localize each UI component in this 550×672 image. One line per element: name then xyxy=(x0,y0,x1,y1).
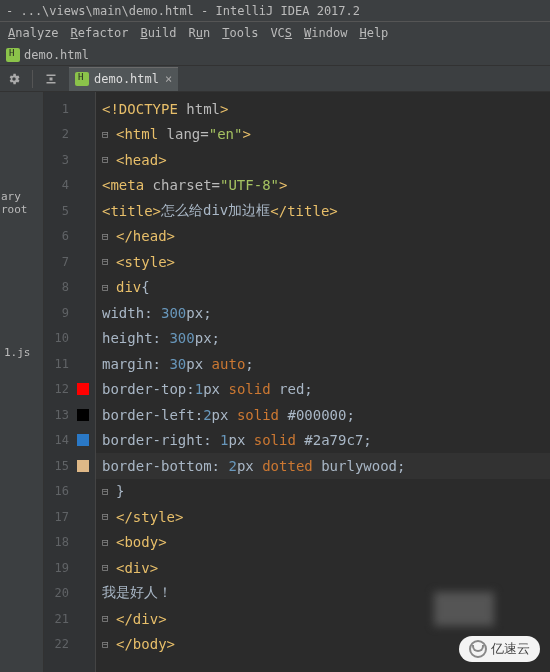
color-swatch-black[interactable] xyxy=(77,409,89,421)
project-panel[interactable]: ary root 1.js xyxy=(0,92,44,672)
code-line[interactable]: ⊟</head> xyxy=(96,224,550,250)
code-line[interactable]: ⊟<html lang="en"> xyxy=(96,122,550,148)
menu-window[interactable]: Window xyxy=(304,26,347,40)
fold-icon[interactable]: ⊟ xyxy=(102,485,112,498)
line-number[interactable]: 17 xyxy=(44,504,95,530)
color-swatch-blue[interactable] xyxy=(77,434,89,446)
fold-icon[interactable]: ⊟ xyxy=(102,255,112,268)
menu-run[interactable]: Run xyxy=(189,26,211,40)
line-number[interactable]: 4 xyxy=(44,173,95,199)
line-number[interactable]: 1 xyxy=(44,96,95,122)
html-file-icon xyxy=(75,72,89,86)
tab-label: demo.html xyxy=(94,72,159,86)
window-title-bar: - ...\views\main\demo.html - IntelliJ ID… xyxy=(0,0,550,22)
collapse-icon[interactable] xyxy=(43,71,59,87)
line-number[interactable]: 7 xyxy=(44,249,95,275)
code-line[interactable]: width: 300px; xyxy=(96,300,550,326)
code-line[interactable]: ⊟ } xyxy=(96,479,550,505)
code-line[interactable]: <!DOCTYPE html> xyxy=(96,96,550,122)
code-line[interactable]: <meta charset="UTF-8"> xyxy=(96,173,550,199)
fold-icon[interactable]: ⊟ xyxy=(102,612,112,625)
line-number[interactable]: 19 xyxy=(44,555,95,581)
line-number[interactable]: 5 xyxy=(44,198,95,224)
watermark-text: 亿速云 xyxy=(491,640,530,658)
library-root-label: ary root xyxy=(0,188,43,218)
breadcrumb-file[interactable]: demo.html xyxy=(24,48,89,62)
separator xyxy=(32,70,33,88)
line-number[interactable]: 6 xyxy=(44,224,95,250)
close-icon[interactable]: × xyxy=(165,72,172,86)
line-number[interactable]: 18 xyxy=(44,530,95,556)
html-file-icon xyxy=(6,48,20,62)
code-line[interactable]: <title>怎么给div加边框</title> xyxy=(96,198,550,224)
line-number[interactable]: 22 xyxy=(44,632,95,658)
code-line[interactable]: ⊟<head> xyxy=(96,147,550,173)
line-number[interactable]: 14 xyxy=(44,428,95,454)
watermark: 亿速云 xyxy=(459,636,540,662)
line-number[interactable]: 15 xyxy=(44,453,95,479)
code-line[interactable]: ⊟<style> xyxy=(96,249,550,275)
line-number[interactable]: 10 xyxy=(44,326,95,352)
line-number[interactable]: 21 xyxy=(44,606,95,632)
fold-icon[interactable]: ⊟ xyxy=(102,510,112,523)
code-line[interactable]: border-top:1px solid red; xyxy=(96,377,550,403)
gutter: 1 2 3 4 5 6 7 8 9 10 11 12 13 14 15 16 1… xyxy=(44,92,96,672)
blurred-region xyxy=(434,592,494,626)
cloud-icon xyxy=(469,640,487,658)
fold-icon[interactable]: ⊟ xyxy=(102,230,112,243)
menu-bar: Analyze Refactor Build Run Tools VCS Win… xyxy=(0,22,550,44)
line-number[interactable]: 3 xyxy=(44,147,95,173)
line-number[interactable]: 16 xyxy=(44,479,95,505)
code-line[interactable]: height: 300px; xyxy=(96,326,550,352)
code-line[interactable]: border-bottom: 2px dotted burlywood; xyxy=(96,453,550,479)
menu-help[interactable]: Help xyxy=(359,26,388,40)
code-line[interactable]: ⊟<body> xyxy=(96,530,550,556)
code-line[interactable]: ⊟ div{ xyxy=(96,275,550,301)
code-line[interactable]: margin: 30px auto; xyxy=(96,351,550,377)
code-line[interactable]: border-left:2px solid #000000; xyxy=(96,402,550,428)
menu-tools[interactable]: Tools xyxy=(222,26,258,40)
js-file-label[interactable]: 1.js xyxy=(4,346,31,359)
color-swatch-burlywood[interactable] xyxy=(77,460,89,472)
line-number[interactable]: 12 xyxy=(44,377,95,403)
fold-icon[interactable]: ⊟ xyxy=(102,153,112,166)
fold-icon[interactable]: ⊟ xyxy=(102,561,112,574)
main-area: ary root 1.js 1 2 3 4 5 6 7 8 9 10 11 12… xyxy=(0,92,550,672)
line-number[interactable]: 11 xyxy=(44,351,95,377)
menu-refactor[interactable]: Refactor xyxy=(71,26,129,40)
code-line[interactable]: ⊟ <div> xyxy=(96,555,550,581)
fold-icon[interactable]: ⊟ xyxy=(102,128,112,141)
breadcrumb-bar: demo.html xyxy=(0,44,550,66)
fold-icon[interactable]: ⊟ xyxy=(102,281,112,294)
settings-icon[interactable] xyxy=(6,71,22,87)
line-number[interactable]: 2 xyxy=(44,122,95,148)
fold-icon[interactable]: ⊟ xyxy=(102,536,112,549)
line-number[interactable]: 13 xyxy=(44,402,95,428)
code-line[interactable]: ⊟</style> xyxy=(96,504,550,530)
window-title: - ...\views\main\demo.html - IntelliJ ID… xyxy=(6,4,360,18)
menu-vcs[interactable]: VCS xyxy=(270,26,292,40)
line-number[interactable]: 20 xyxy=(44,581,95,607)
toolbar-row: demo.html × xyxy=(0,66,550,92)
color-swatch-red[interactable] xyxy=(77,383,89,395)
code-line[interactable]: border-right: 1px solid #2a79c7; xyxy=(96,428,550,454)
menu-build[interactable]: Build xyxy=(140,26,176,40)
code-editor[interactable]: <!DOCTYPE html> ⊟<html lang="en"> ⊟<head… xyxy=(96,92,550,672)
tab-bar: demo.html × xyxy=(69,66,178,92)
tab-demo-html[interactable]: demo.html × xyxy=(69,67,178,91)
menu-analyze[interactable]: Analyze xyxy=(8,26,59,40)
fold-icon[interactable]: ⊟ xyxy=(102,638,112,651)
line-number[interactable]: 9 xyxy=(44,300,95,326)
line-number[interactable]: 8 xyxy=(44,275,95,301)
